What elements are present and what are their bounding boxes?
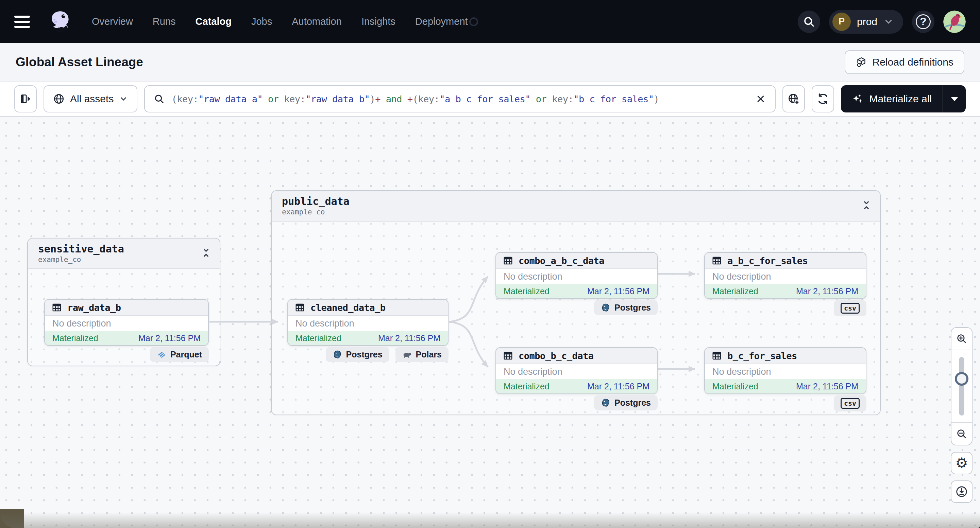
lineage-toolbar: All assets (key:"raw_data_a" or key:"raw… bbox=[0, 82, 980, 117]
asset-name: combo_a_b_c_data bbox=[519, 255, 604, 266]
help-button[interactable]: ? bbox=[912, 11, 934, 33]
asset-timestamp-link[interactable]: Mar 2, 11:56 PM bbox=[587, 382, 649, 392]
asset-status-row: Materialized Mar 2, 11:56 PM bbox=[496, 379, 657, 393]
asset-node-header: combo_a_b_c_data bbox=[496, 253, 657, 269]
materialize-options-button[interactable] bbox=[943, 85, 966, 113]
download-image-button[interactable] bbox=[951, 480, 972, 503]
asset-description: No description bbox=[288, 316, 448, 331]
asset-node-a-b-c-for-sales[interactable]: a_b_c_for_sales No description Materiali… bbox=[704, 252, 866, 299]
asset-timestamp-link[interactable]: Mar 2, 11:56 PM bbox=[138, 333, 200, 343]
nav-item-automation[interactable]: Automation bbox=[292, 16, 342, 27]
zoom-in-button[interactable] bbox=[951, 328, 972, 350]
parquet-icon bbox=[157, 350, 166, 360]
zoom-slider-thumb[interactable] bbox=[955, 372, 969, 385]
chevron-down-icon bbox=[883, 17, 894, 27]
query-segment: + bbox=[407, 94, 413, 104]
asset-timestamp-link[interactable]: Mar 2, 11:56 PM bbox=[796, 382, 858, 392]
nav-item-insights[interactable]: Insights bbox=[361, 16, 396, 27]
refresh-icon bbox=[817, 93, 829, 105]
reload-definitions-button[interactable]: Reload definitions bbox=[845, 50, 965, 74]
globe-icon bbox=[53, 93, 65, 105]
asset-timestamp-link[interactable]: Mar 2, 11:56 PM bbox=[378, 333, 441, 343]
refresh-button[interactable] bbox=[812, 85, 834, 113]
zoom-controls bbox=[951, 327, 972, 446]
materialize-all-button[interactable]: Materialize all bbox=[841, 85, 943, 113]
nav-item-catalog[interactable]: Catalog bbox=[196, 16, 232, 27]
csv-icon: csv bbox=[841, 398, 860, 409]
asset-status: Materialized bbox=[713, 382, 758, 392]
lineage-canvas[interactable]: sensitive_data example_co public_data ex… bbox=[0, 117, 980, 528]
asset-description: No description bbox=[496, 269, 657, 284]
menu-icon[interactable] bbox=[14, 11, 36, 33]
dagster-logo-icon[interactable] bbox=[48, 9, 73, 34]
primary-nav: Overview Runs Catalog Jobs Automation In… bbox=[92, 16, 468, 27]
workspace-switcher[interactable]: P prod bbox=[829, 10, 903, 33]
asset-name: combo_b_c_data bbox=[519, 350, 594, 361]
postgres-icon bbox=[332, 350, 342, 360]
search-query-text: (key:"raw_data_a" or key:"raw_data_b")+ … bbox=[171, 94, 659, 104]
kind-badge-csv[interactable]: csv bbox=[834, 395, 866, 411]
app-window: Overview Runs Catalog Jobs Automation In… bbox=[0, 0, 980, 528]
kind-label: Polars bbox=[416, 350, 442, 360]
group-name: sensitive_data bbox=[38, 243, 210, 255]
kind-badge-postgres[interactable]: Postgres bbox=[594, 395, 658, 411]
collapse-group-icon[interactable] bbox=[861, 200, 872, 212]
kind-badge-csv[interactable]: csv bbox=[834, 300, 866, 316]
asset-search-input[interactable]: (key:"raw_data_a" or key:"raw_data_b")+ … bbox=[144, 85, 775, 113]
asset-node-header: cleaned_data_b bbox=[288, 300, 448, 316]
asset-status: Materialized bbox=[504, 286, 549, 296]
kind-badge-polars[interactable]: Polars bbox=[396, 347, 449, 362]
nav-right-cluster: P prod ? bbox=[798, 10, 966, 33]
search-button[interactable] bbox=[798, 11, 820, 33]
asset-scope-dropdown[interactable]: All assets bbox=[43, 85, 137, 113]
sparkles-icon bbox=[852, 93, 863, 105]
zoom-out-button[interactable] bbox=[951, 422, 972, 445]
materialize-split-button: Materialize all bbox=[841, 85, 966, 113]
kind-label: Postgres bbox=[614, 398, 651, 408]
kind-badge-parquet[interactable]: Parquet bbox=[150, 347, 209, 362]
asset-timestamp-link[interactable]: Mar 2, 11:56 PM bbox=[796, 286, 858, 296]
asset-node-combo-a-b-c-data[interactable]: combo_a_b_c_data No description Material… bbox=[495, 252, 658, 299]
caret-down-icon bbox=[951, 97, 958, 105]
asset-node-raw-data-b[interactable]: raw_data_b No description Materialized M… bbox=[44, 299, 209, 346]
group-name: public_data bbox=[282, 195, 870, 208]
asset-kind-badges: csv bbox=[704, 395, 866, 411]
kind-badge-postgres[interactable]: Postgres bbox=[326, 347, 389, 362]
nav-item-overview[interactable]: Overview bbox=[92, 16, 133, 27]
graph-settings-button[interactable]: ⚙ bbox=[951, 452, 972, 474]
open-sidebar-button[interactable] bbox=[14, 85, 37, 113]
collapse-group-icon[interactable] bbox=[200, 247, 212, 260]
reload-definitions-label: Reload definitions bbox=[873, 56, 954, 68]
asset-kind-badges: Parquet bbox=[44, 347, 209, 362]
group-header[interactable]: sensitive_data example_co bbox=[28, 238, 220, 269]
user-avatar[interactable] bbox=[943, 11, 966, 33]
asset-timestamp-link[interactable]: Mar 2, 11:56 PM bbox=[587, 286, 649, 296]
postgres-icon bbox=[601, 398, 610, 408]
csv-icon: csv bbox=[841, 303, 860, 314]
download-icon bbox=[955, 485, 968, 498]
asset-status: Materialized bbox=[504, 382, 549, 392]
table-icon bbox=[52, 303, 62, 312]
canvas-bottom-shadow bbox=[0, 512, 980, 528]
kind-badge-postgres[interactable]: Postgres bbox=[594, 300, 658, 315]
view-global-graph-button[interactable] bbox=[783, 85, 805, 113]
nav-item-deployment[interactable]: Deployment bbox=[415, 16, 468, 27]
asset-node-b-c-for-sales[interactable]: b_c_for_sales No description Materialize… bbox=[704, 347, 866, 394]
zoom-slider-track[interactable] bbox=[959, 357, 964, 415]
asset-name: a_b_c_for_sales bbox=[727, 255, 808, 266]
query-segment: or bbox=[530, 94, 552, 104]
nav-item-runs[interactable]: Runs bbox=[153, 16, 176, 27]
question-icon: ? bbox=[916, 14, 931, 29]
nav-item-jobs[interactable]: Jobs bbox=[251, 16, 272, 27]
zoom-slider[interactable] bbox=[951, 350, 972, 422]
query-segment: "raw_data_a" bbox=[198, 94, 262, 104]
search-icon bbox=[154, 94, 165, 104]
asset-status: Materialized bbox=[296, 333, 341, 343]
clear-search-button[interactable] bbox=[755, 94, 766, 104]
asset-status: Materialized bbox=[713, 286, 758, 296]
page-title: Global Asset Lineage bbox=[16, 55, 845, 69]
group-header[interactable]: public_data example_co bbox=[272, 191, 880, 222]
asset-node-cleaned-data-b[interactable]: cleaned_data_b No description Materializ… bbox=[287, 299, 449, 346]
query-segment: "a_b_c_for_sales" bbox=[439, 94, 530, 104]
asset-node-combo-b-c-data[interactable]: combo_b_c_data No description Materializ… bbox=[495, 347, 658, 394]
